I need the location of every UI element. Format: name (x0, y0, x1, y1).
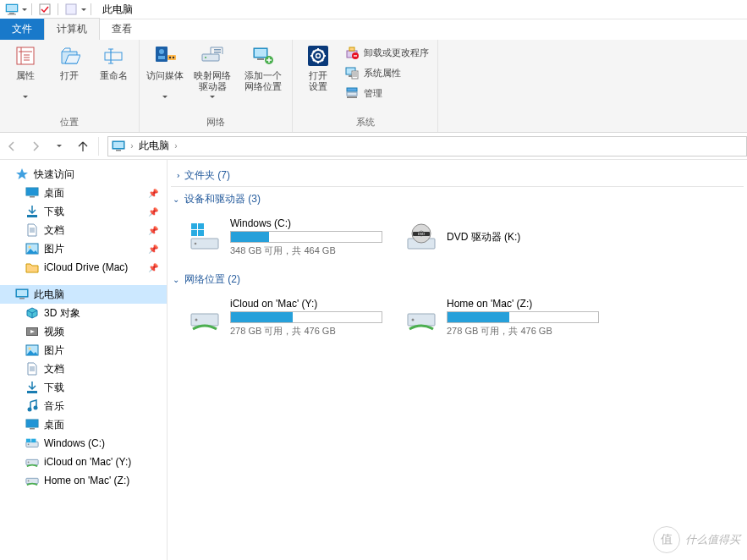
tab-view[interactable]: 查看 (100, 19, 144, 40)
nav-item[interactable]: 音乐 (0, 397, 167, 415)
up-button[interactable] (71, 135, 95, 158)
svg-rect-10 (158, 56, 165, 59)
download-icon (25, 205, 39, 218)
usage-bar (230, 231, 382, 243)
svg-rect-16 (214, 49, 221, 51)
nav-item[interactable]: 下载 (0, 378, 167, 397)
svg-point-77 (195, 319, 198, 321)
svg-rect-20 (257, 58, 264, 60)
tab-file[interactable]: 文件 (0, 19, 44, 40)
nav-item[interactable]: 文档📌 (0, 221, 167, 239)
star-icon (15, 167, 29, 181)
crumb-chevron-icon[interactable]: › (129, 141, 135, 151)
recent-dropdown[interactable] (47, 135, 71, 158)
svg-point-66 (195, 243, 197, 245)
ribbon-uninstall-button[interactable]: 卸载或更改程序 (342, 43, 432, 62)
crumb-chevron-icon[interactable]: › (173, 141, 179, 151)
svg-rect-28 (354, 55, 357, 56)
drive-tile[interactable]: Home on 'Mac' (Z:)278 GB 可用，共 476 GB (404, 294, 607, 341)
svg-rect-55 (27, 420, 37, 426)
nav-item[interactable]: iCloud on 'Mac' (Y:) (0, 453, 167, 471)
nav-item[interactable]: 图片📌 (0, 239, 167, 258)
picture-icon (25, 242, 39, 255)
svg-rect-34 (347, 96, 357, 98)
qat-blank-icon[interactable] (63, 1, 80, 18)
svg-rect-69 (191, 230, 197, 236)
qat-dropdown-icon[interactable] (22, 8, 27, 11)
netdrive-icon (404, 300, 438, 334)
nav-item[interactable]: Home on 'Mac' (Z:) (0, 471, 167, 490)
back-button[interactable] (0, 135, 24, 158)
svg-point-64 (28, 480, 30, 482)
address-bar[interactable]: › 此电脑 › (107, 136, 747, 156)
nav-item[interactable]: 视频 (0, 322, 167, 341)
ribbon-open-settings-button[interactable]: 打开 设置 (298, 43, 338, 92)
ribbon-group-system-label: 系统 (298, 116, 432, 130)
navigation-pane[interactable]: 快速访问 桌面📌下载📌文档📌图片📌iCloud Drive (Mac)📌 此电脑… (0, 160, 168, 560)
nav-item[interactable]: 图片 (0, 341, 167, 360)
svg-rect-33 (347, 92, 357, 96)
ribbon-properties-button[interactable]: 属性 (5, 43, 46, 98)
watermark: 值 什么值得买 (653, 526, 740, 553)
nav-this-pc[interactable]: 此电脑 (0, 285, 167, 304)
svg-rect-3 (8, 14, 16, 15)
svg-point-43 (29, 246, 31, 249)
forward-button[interactable] (24, 135, 47, 158)
qat-menu-icon[interactable] (81, 8, 86, 11)
nav-item[interactable]: Windows (C:) (0, 434, 167, 453)
ribbon-group-location: 属性 打开 重命名 位置 (0, 40, 140, 132)
svg-point-58 (28, 443, 30, 445)
pin-icon: 📌 (148, 207, 158, 217)
ribbon-access-media-button[interactable]: 访问媒体 (145, 43, 185, 98)
pin-icon: 📌 (148, 263, 158, 272)
folder-icon (25, 261, 39, 274)
ribbon-tabs: 文件 计算机 查看 (0, 19, 747, 40)
breadcrumb-root[interactable]: 此电脑 (139, 139, 169, 153)
add-location-icon (250, 43, 276, 69)
ribbon-add-location-button[interactable]: 添加一个 网络位置 (239, 43, 287, 92)
nav-item[interactable]: 3D 对象 (0, 304, 167, 322)
sysprops-icon (345, 66, 359, 80)
content-pane[interactable]: ⌄ 文件夹 (7) ⌄ 设备和驱动器 (3) Windows (C:)348 G… (168, 160, 747, 560)
group-devices[interactable]: ⌄ 设备和驱动器 (3) (171, 189, 744, 210)
caret-right-icon: ⌄ (172, 173, 181, 179)
desktop-icon (25, 186, 39, 200)
ribbon-rename-button[interactable]: 重命名 (93, 43, 134, 92)
svg-rect-19 (255, 49, 266, 57)
drive-icon (25, 436, 39, 450)
video-icon (25, 325, 39, 338)
tab-computer[interactable]: 计算机 (44, 18, 100, 40)
nav-quick-access[interactable]: 快速访问 (0, 165, 167, 184)
ribbon-group-location-label: 位置 (5, 116, 134, 130)
settings-icon (305, 43, 331, 69)
qat-pc-icon[interactable] (3, 1, 20, 18)
group-folders[interactable]: ⌄ 文件夹 (7) (171, 165, 744, 187)
ribbon-map-drive-button[interactable]: 映射网络 驱动器 (189, 43, 236, 98)
drive-tile[interactable]: DVDDVD 驱动器 (K:) (404, 213, 607, 261)
ribbon-manage-button[interactable]: 管理 (342, 84, 432, 102)
svg-point-79 (412, 319, 415, 321)
nav-item[interactable]: 下载📌 (0, 202, 167, 221)
svg-rect-17 (214, 52, 221, 53)
svg-point-62 (28, 462, 30, 464)
ribbon-open-button[interactable]: 打开 (49, 43, 90, 92)
group-netloc[interactable]: ⌄ 网络位置 (2) (171, 269, 744, 290)
svg-rect-5 (66, 4, 76, 14)
nav-item[interactable]: 文档 (0, 360, 167, 378)
nav-item[interactable]: 桌面📌 (0, 184, 167, 202)
ribbon-sysprops-button[interactable]: 系统属性 (342, 63, 432, 82)
osdrive-icon (188, 220, 222, 254)
chevron-down-icon (210, 96, 215, 98)
svg-rect-46 (19, 298, 25, 299)
svg-point-24 (316, 54, 321, 58)
qat-checkbox-icon[interactable] (36, 1, 53, 18)
drive-tile[interactable]: Windows (C:)348 GB 可用，共 464 GB (188, 213, 391, 261)
svg-rect-45 (17, 290, 27, 296)
svg-point-53 (34, 406, 38, 410)
nav-item[interactable]: iCloud Drive (Mac)📌 (0, 258, 167, 277)
nav-item[interactable]: 桌面 (0, 415, 167, 434)
svg-point-12 (169, 57, 171, 58)
drive-tile[interactable]: iCloud on 'Mac' (Y:)278 GB 可用，共 476 GB (188, 294, 391, 341)
svg-rect-37 (116, 150, 121, 151)
pc-icon (112, 140, 125, 152)
